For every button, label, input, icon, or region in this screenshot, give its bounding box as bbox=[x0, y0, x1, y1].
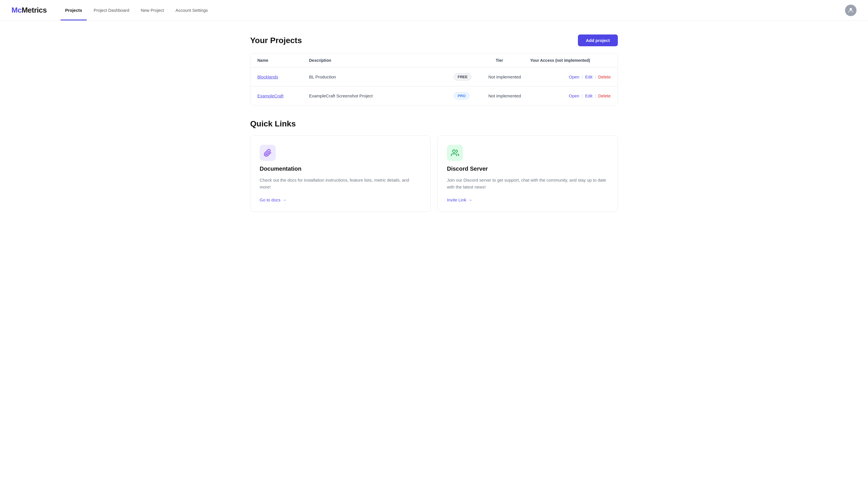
logo-mc-text: Mc bbox=[11, 6, 22, 14]
project-tier-examplecraft: PRO bbox=[454, 92, 488, 99]
nav-item-new-project[interactable]: New Project bbox=[136, 1, 168, 21]
col-access: Your Access (not implemented) bbox=[530, 58, 611, 63]
nav-item-project-dashboard[interactable]: Project Dashboard bbox=[89, 1, 134, 21]
open-blocklands-button[interactable]: Open bbox=[569, 74, 579, 79]
project-desc-examplecraft: ExampleCraft Screenshot Project bbox=[309, 93, 454, 98]
discord-icon-wrapper bbox=[447, 145, 463, 161]
table-row: Blocklands BL Production FREE Not implem… bbox=[250, 67, 618, 87]
col-tier: Tier bbox=[496, 58, 530, 63]
sep2: | bbox=[595, 74, 596, 79]
invite-link[interactable]: Invite Link → bbox=[447, 198, 608, 202]
sep1: | bbox=[582, 74, 583, 79]
logo[interactable]: McMetrics bbox=[11, 6, 47, 14]
row-actions-examplecraft: Open | Edit | Delete bbox=[569, 93, 611, 98]
svg-point-1 bbox=[453, 150, 455, 153]
discord-card[interactable]: Discord Server Join our Discord server t… bbox=[437, 135, 618, 212]
quick-links-grid: Documentation Check out the docs for ins… bbox=[250, 135, 618, 212]
discord-card-desc: Join our Discord server to get support, … bbox=[447, 177, 608, 190]
users-icon bbox=[451, 149, 459, 157]
project-tier-blocklands: FREE bbox=[454, 73, 488, 81]
user-avatar[interactable] bbox=[845, 5, 857, 16]
sep4: | bbox=[595, 93, 596, 98]
projects-table: Name Description Tier Your Access (not i… bbox=[250, 53, 618, 106]
col-description: Description bbox=[309, 58, 496, 63]
add-project-button[interactable]: Add project bbox=[578, 34, 618, 46]
person-icon bbox=[847, 7, 854, 14]
edit-examplecraft-button[interactable]: Edit bbox=[585, 93, 593, 98]
table-row: ExampleCraft ExampleCraft Screenshot Pro… bbox=[250, 87, 618, 105]
project-name-examplecraft[interactable]: ExampleCraft bbox=[257, 93, 309, 98]
logo-metrics-text: Metrics bbox=[22, 6, 47, 14]
paperclip-icon bbox=[264, 149, 272, 157]
row-actions-blocklands: Open | Edit | Delete bbox=[569, 74, 611, 79]
documentation-card[interactable]: Documentation Check out the docs for ins… bbox=[250, 135, 431, 212]
projects-title: Your Projects bbox=[250, 36, 302, 45]
project-name-blocklands[interactable]: Blocklands bbox=[257, 74, 309, 80]
edit-blocklands-button[interactable]: Edit bbox=[585, 74, 593, 79]
delete-examplecraft-button[interactable]: Delete bbox=[598, 93, 611, 98]
discord-card-title: Discord Server bbox=[447, 166, 608, 172]
quick-links-title: Quick Links bbox=[250, 119, 618, 128]
project-access-blocklands: Not implemented bbox=[488, 74, 569, 79]
open-examplecraft-button[interactable]: Open bbox=[569, 93, 579, 98]
docs-card-title: Documentation bbox=[260, 166, 421, 172]
docs-card-desc: Check out the docs for installation inst… bbox=[260, 177, 421, 190]
nav-right bbox=[845, 5, 857, 16]
svg-point-0 bbox=[849, 8, 852, 10]
project-desc-blocklands: BL Production bbox=[309, 74, 454, 79]
go-to-docs-link[interactable]: Go to docs → bbox=[260, 198, 421, 202]
nav-item-projects[interactable]: Projects bbox=[61, 1, 87, 21]
navbar: McMetrics Projects Project Dashboard New… bbox=[0, 0, 868, 21]
nav-links: Projects Project Dashboard New Project A… bbox=[61, 1, 845, 20]
docs-icon-wrapper bbox=[260, 145, 276, 161]
main-content: Your Projects Add project Name Descripti… bbox=[239, 21, 629, 226]
table-header-row: Name Description Tier Your Access (not i… bbox=[250, 54, 618, 67]
delete-blocklands-button[interactable]: Delete bbox=[598, 74, 611, 79]
sep3: | bbox=[582, 93, 583, 98]
col-name: Name bbox=[257, 58, 309, 63]
projects-section-header: Your Projects Add project bbox=[250, 34, 618, 46]
project-access-examplecraft: Not implemented bbox=[488, 93, 569, 98]
nav-item-account-settings[interactable]: Account Settings bbox=[171, 1, 213, 21]
